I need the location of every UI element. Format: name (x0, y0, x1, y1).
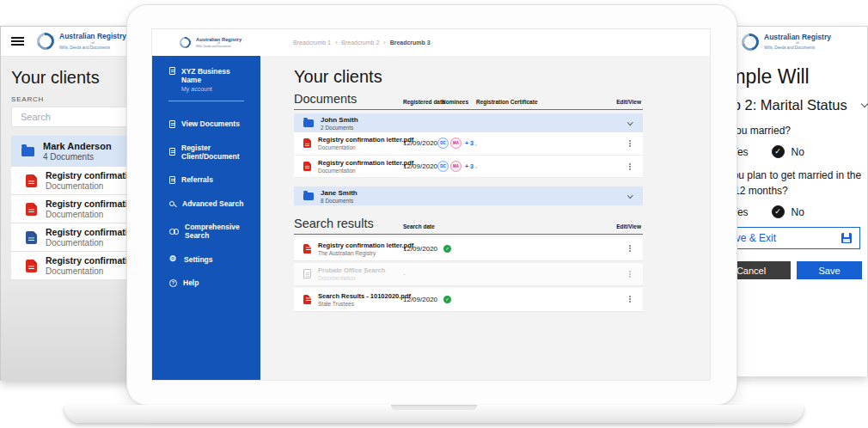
client-doc-count: 4 Documents (43, 152, 112, 162)
breadcrumb: Breadcrumb 1 › Breadcrumb 2 › Breadcrumb… (293, 40, 431, 46)
pdf-file-icon (303, 244, 311, 254)
result-subtitle: Documentation (318, 275, 385, 281)
documents-heading-row: Documents Registered date Nominees Regis… (294, 91, 643, 110)
nominee-avatar[interactable]: DC (437, 138, 449, 149)
pdf-file-icon (26, 260, 37, 272)
folder-icon (21, 147, 34, 156)
save-button[interactable]: Save (797, 261, 862, 279)
kebab-menu-icon[interactable] (629, 271, 631, 272)
folder-icon (303, 193, 314, 200)
search-results-section: Search results Search date Edit/View Reg… (294, 216, 643, 311)
kebab-menu-icon[interactable] (629, 163, 631, 165)
result-title: Registry confirmation letter.pdf (318, 242, 413, 249)
radio-checked-icon[interactable] (772, 145, 785, 158)
sidebar-nav: View Documents Register Client/Document … (152, 119, 260, 287)
kebab-menu-icon[interactable] (629, 245, 631, 247)
nominee-more-count[interactable]: + 3 (465, 163, 474, 169)
hamburger-menu-icon[interactable] (11, 37, 24, 46)
brand-tagline: Wills, Deeds and Documents (764, 46, 831, 50)
kebab-menu-icon[interactable] (629, 140, 631, 142)
search-icon (169, 201, 174, 206)
column-edit-view: Edit/View (616, 99, 641, 105)
search-date: - (403, 270, 406, 278)
search-date: 12/09/2020 (403, 245, 451, 253)
sidebar-divider (168, 101, 244, 101)
sidebar-item-view-documents[interactable]: View Documents (152, 119, 260, 128)
result-title: Probate Office Search (318, 266, 385, 274)
result-title: Search Results - 10102020.pdf (318, 292, 411, 300)
client-group-john-smith[interactable]: John Smith 2 Documents (294, 113, 643, 132)
sidebar-item-label: Help (183, 278, 199, 287)
document-icon (169, 120, 175, 128)
brand-logo: Australian Registry of Wills, Deeds and … (180, 37, 241, 49)
sidebar-item-settings[interactable]: Settings (152, 255, 260, 264)
pdf-file-icon (26, 174, 37, 187)
sidebar-item-referrals[interactable]: Referrals (152, 175, 260, 184)
sidebar-item-label: Advanced Search (182, 199, 243, 208)
sidebar-item-help[interactable]: Help (152, 278, 260, 287)
column-nominees: Nominees (442, 99, 468, 105)
sidebar-item-advanced-search[interactable]: Advanced Search (152, 199, 260, 208)
sidebar-item-comprehensive-search[interactable]: Comprehensive Search (152, 223, 260, 240)
nominee-more-count[interactable]: + 3 (465, 140, 474, 146)
group-count: 2 Documents (321, 125, 358, 131)
radio-no-label: No (792, 206, 804, 218)
group-count: 8 Documents (321, 198, 358, 204)
help-icon (169, 279, 177, 287)
nominee-avatar[interactable]: MA (450, 161, 462, 172)
logo-swirl-icon (738, 30, 762, 54)
pdf-file-icon (26, 203, 37, 216)
radio-checked-icon[interactable] (772, 205, 785, 218)
folder-icon (303, 119, 314, 127)
laptop-frame: Australian Registry of Wills, Deeds and … (126, 4, 737, 406)
pdf-file-icon (303, 295, 311, 304)
search-results-heading-row: Search results Search date Edit/View (294, 216, 643, 235)
nominee-avatar[interactable]: DC (437, 161, 449, 172)
collapse-chevron-icon[interactable] (627, 193, 633, 198)
breadcrumb-item[interactable]: Breadcrumb 1 (293, 40, 331, 46)
account-name: XYZ Business Name (181, 67, 252, 84)
search-result-row-pending[interactable]: Probate Office Search Documentation - (294, 263, 643, 286)
sidebar-account[interactable]: XYZ Business Name My account (152, 56, 260, 92)
registered-date: 12/09/2020 (403, 162, 437, 170)
radio-no[interactable]: No (772, 145, 804, 158)
sidebar-item-register-client-document[interactable]: Register Client/Document (152, 144, 260, 161)
search-result-row[interactable]: Search Results - 10102020.pdf State Trus… (294, 288, 643, 311)
business-icon (169, 67, 175, 75)
app-main: Your clients Documents Registered date N… (260, 56, 710, 380)
document-title: Registry confirmation letter.pdf (318, 136, 413, 144)
logo-swirl-icon (177, 34, 193, 50)
group-name: Jane Smith (321, 189, 358, 197)
sidebar-item-label: View Documents (181, 119, 240, 128)
breadcrumb-item[interactable]: Breadcrumb 2 (341, 40, 379, 46)
document-table-row[interactable]: Registry confirmation letter.pdf Documen… (294, 132, 643, 156)
nominees: DC MA + 3 (437, 138, 474, 149)
collapse-chevron-icon[interactable] (627, 119, 633, 125)
radio-no[interactable]: No (772, 205, 804, 218)
nominees: DC MA + 3 (437, 161, 474, 172)
brand-tagline: Wills, Deeds and Documents (196, 46, 241, 49)
document-subtitle: Documentation (318, 168, 413, 174)
breadcrumb-current: Breadcrumb 3 (390, 40, 431, 46)
nominee-avatar[interactable]: MA (450, 138, 462, 149)
client-group-jane-smith[interactable]: Jane Smith 8 Documents (294, 186, 643, 205)
chevron-down-icon (861, 100, 868, 107)
laptop-screen: Australian Registry of Wills, Deeds and … (151, 28, 711, 381)
sidebar-item-label: Comprehensive Search (185, 223, 260, 240)
logo-swirl-icon (34, 29, 58, 53)
laptop-base (64, 405, 804, 423)
document-table-row[interactable]: Registry confirmation letter.pdf Documen… (294, 156, 643, 179)
pdf-file-icon (303, 162, 311, 171)
search-result-row[interactable]: Registry confirmation letter.pdf The Aus… (294, 237, 643, 260)
save-floppy-icon (841, 233, 852, 243)
sidebar-item-label: Referrals (181, 175, 213, 184)
sidebar-item-label: Settings (184, 255, 213, 264)
documents-section: Documents Registered date Nominees Regis… (294, 91, 643, 205)
breadcrumb-separator: › (383, 40, 385, 46)
app-sidebar: XYZ Business Name My account View Docume… (152, 56, 260, 380)
search-date-value: 12/09/2020 (403, 296, 437, 303)
kebab-menu-icon[interactable] (629, 296, 631, 297)
breadcrumb-separator: › (335, 40, 337, 46)
page-title: Your clients (294, 67, 710, 87)
sidebar-item-label: Register Client/Document (181, 144, 260, 161)
